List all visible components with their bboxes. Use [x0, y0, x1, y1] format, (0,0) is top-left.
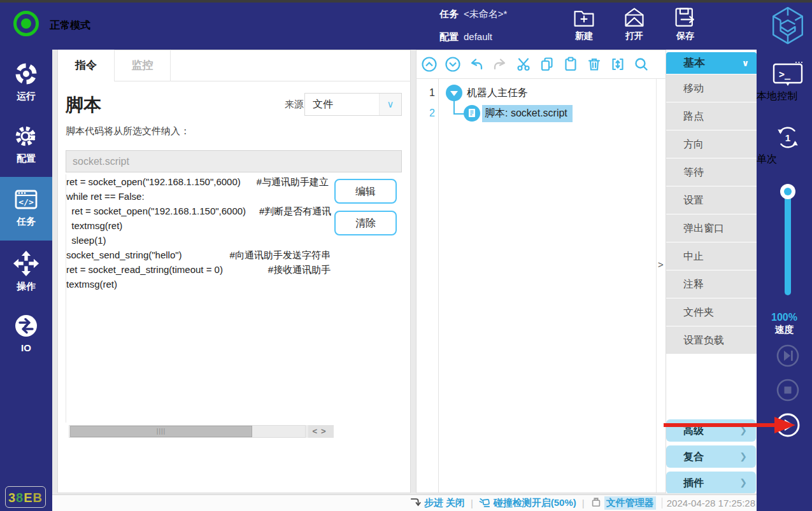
command-item-set[interactable]: 设置: [666, 186, 757, 214]
clear-button[interactable]: 清除: [334, 211, 397, 235]
command-group-plugin[interactable]: 插件 ❯: [666, 472, 756, 494]
single-run-label: 单次: [757, 153, 777, 166]
panel-collapse-handle[interactable]: >: [656, 79, 666, 493]
sidebar-operate-label: 操作: [0, 281, 52, 293]
stop-icon: [776, 393, 800, 404]
undo-icon[interactable]: [468, 56, 485, 73]
separator: |: [582, 498, 585, 508]
speed-slider-thumb[interactable]: [780, 184, 795, 199]
move-down-icon[interactable]: [445, 56, 461, 73]
speed-slider-track[interactable]: [785, 186, 791, 295]
basic-group-label: 基本: [683, 57, 705, 69]
command-group-composite[interactable]: 复合 ❯: [666, 445, 756, 468]
command-group-basic[interactable]: 基本 ∨: [666, 52, 757, 74]
source-select[interactable]: 文件 ∨: [304, 93, 402, 116]
move-arrows-icon: [0, 250, 52, 277]
stop-button[interactable]: [776, 378, 800, 402]
open-icon: [612, 6, 657, 29]
run-icon: [0, 61, 52, 87]
source-label: 来源: [285, 99, 304, 111]
redo-icon[interactable]: [492, 56, 508, 73]
sidebar-item-io[interactable]: IO: [0, 313, 52, 353]
play-icon: [775, 429, 801, 440]
search-icon[interactable]: [633, 56, 650, 73]
config-value: default: [464, 31, 492, 42]
save-icon: [663, 6, 708, 29]
task-code-icon: </>: [0, 186, 52, 212]
scroll-right-icon[interactable]: >: [321, 426, 330, 436]
move-up-icon[interactable]: [421, 56, 438, 73]
command-item-move[interactable]: 移动: [666, 74, 757, 102]
advanced-group-label: 高级: [683, 425, 704, 436]
command-item-popup[interactable]: 弹出窗口: [666, 214, 757, 242]
io-icon: [0, 313, 52, 339]
sidebar-item-config[interactable]: 配置: [0, 123, 52, 165]
config-label: 配置: [439, 31, 459, 43]
sidebar-item-run[interactable]: 运行: [0, 61, 52, 102]
command-item-direction[interactable]: 方向: [666, 130, 757, 158]
badge-char: 3: [8, 491, 16, 505]
step-mode-text: 步进 关闭: [424, 497, 465, 509]
tree-toolbar: [416, 50, 666, 79]
status-code-badge[interactable]: 38EB: [5, 486, 46, 508]
cut-icon[interactable]: [515, 56, 532, 73]
chevron-down-icon: ∨: [379, 94, 401, 115]
save-task-button[interactable]: 保存: [663, 6, 708, 46]
page-title: 脚本: [66, 93, 101, 117]
insert-icon[interactable]: [609, 56, 626, 73]
tab-monitor[interactable]: 监控: [115, 50, 171, 81]
scrollbar-arrow-buttons[interactable]: <>: [308, 425, 334, 438]
speed-percent: 100%: [757, 312, 812, 323]
file-manager-text: 文件管理器: [604, 496, 656, 510]
collision-text: 碰撞检测开启(50%): [494, 497, 576, 509]
sidebar-item-task[interactable]: </> 任务: [0, 186, 52, 228]
command-item-waypoint[interactable]: 路点: [666, 102, 757, 130]
svg-text:>_: >_: [779, 69, 791, 80]
scroll-left-icon[interactable]: <: [312, 426, 321, 436]
paste-icon[interactable]: [562, 56, 579, 73]
tree-row-script[interactable]: 2 脚本: socket.script: [416, 103, 652, 123]
line-number: 1: [416, 87, 435, 99]
command-item-comment[interactable]: 注释: [666, 270, 757, 298]
command-item-wait[interactable]: 等待: [666, 158, 757, 186]
open-task-button[interactable]: 打开: [612, 6, 657, 46]
sidebar-item-operate[interactable]: 操作: [0, 250, 52, 293]
sidebar-io-label: IO: [0, 342, 52, 353]
app-window: 正常模式 任务 <未命名>* 配置 default 新建 打开 保存 运行 配置…: [0, 0, 812, 511]
composite-group-label: 复合: [683, 451, 704, 462]
task-value: <未命名>*: [464, 8, 507, 20]
file-manager-button[interactable]: 文件管理器: [590, 496, 656, 510]
command-group-advanced[interactable]: 高级 ❯: [666, 419, 756, 442]
datetime-text: 2024-04-28 17:25:28: [662, 498, 755, 508]
tree-row-main-task[interactable]: 1 机器人主任务: [416, 83, 652, 103]
new-folder-icon: [562, 6, 606, 29]
collision-icon: [479, 496, 491, 510]
badge-char: B: [33, 491, 43, 505]
step-mode-icon: [410, 496, 422, 510]
play-button[interactable]: [775, 412, 801, 438]
new-task-label: 新建: [562, 31, 606, 42]
step-forward-button[interactable]: [776, 344, 800, 368]
step-forward-icon: [776, 359, 800, 370]
command-item-abort[interactable]: 中止: [666, 242, 757, 270]
script-file-input[interactable]: socket.script: [66, 150, 402, 172]
brand-logo-icon: [769, 5, 806, 45]
edit-button[interactable]: 编辑: [334, 179, 397, 204]
copy-icon[interactable]: [539, 56, 555, 73]
collision-status[interactable]: 碰撞检测开启(50%): [479, 496, 576, 510]
tab-command[interactable]: 指令: [58, 50, 115, 81]
script-node-icon: [464, 105, 480, 122]
local-control-button[interactable]: >_: [773, 61, 803, 88]
step-mode-status[interactable]: 步进 关闭: [410, 496, 465, 510]
horizontal-scrollbar-thumb[interactable]: ||||: [70, 426, 252, 437]
new-task-button[interactable]: 新建: [562, 6, 606, 46]
speed-label: 速度: [757, 324, 812, 336]
mode-label: 正常模式: [50, 19, 90, 32]
code-line: ret = socket_read_string(timeout = 0) #接…: [66, 262, 402, 277]
command-item-payload[interactable]: 设置负载: [666, 326, 757, 354]
svg-text:1: 1: [785, 132, 791, 143]
single-run-button[interactable]: 1: [774, 124, 801, 151]
delete-icon[interactable]: [586, 56, 602, 73]
tree-expand-icon[interactable]: [446, 85, 462, 101]
command-item-folder[interactable]: 文件夹: [666, 298, 757, 326]
